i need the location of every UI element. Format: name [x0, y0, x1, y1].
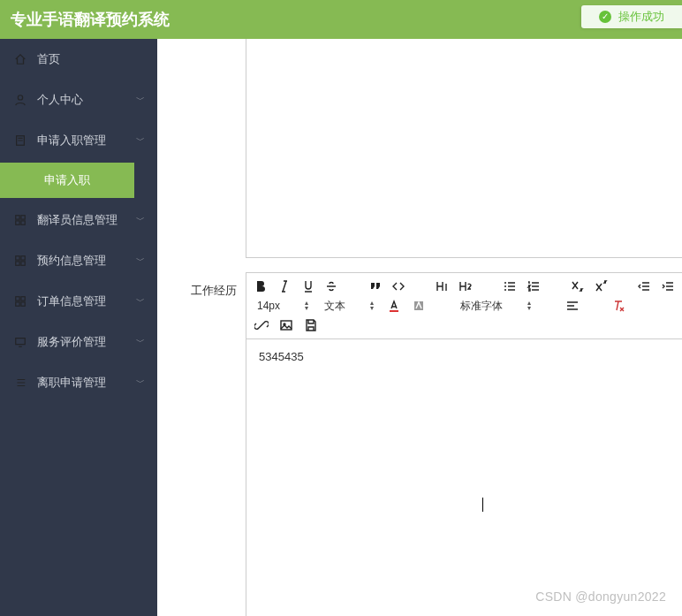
nav-label: 个人中心	[37, 92, 83, 108]
check-icon: ✓	[599, 11, 611, 23]
nav-label: 服务评价管理	[37, 334, 106, 350]
nav-sub-label: 申请入职	[44, 172, 90, 188]
nav-label: 离职申请管理	[37, 375, 106, 391]
subscript-button[interactable]	[570, 278, 585, 294]
app-title: 专业手语翻译预约系统	[11, 9, 170, 30]
svg-rect-5	[21, 221, 25, 224]
nav-personal-center[interactable]: 个人中心 ﹀	[0, 80, 157, 120]
nav-label: 订单信息管理	[37, 293, 106, 309]
h1-button[interactable]	[435, 278, 450, 294]
paragraph-value: 文本	[324, 299, 345, 314]
quote-button[interactable]	[368, 278, 383, 294]
font-size-select[interactable]: 14px ▴▾	[254, 300, 312, 312]
svg-rect-18	[390, 310, 398, 312]
font-size-value: 14px	[257, 300, 280, 312]
indent-button[interactable]	[660, 278, 675, 294]
svg-rect-3	[21, 216, 25, 219]
svg-point-15	[504, 282, 506, 284]
image-button[interactable]	[278, 317, 294, 333]
nav-home[interactable]: 首页	[0, 39, 157, 80]
chevron-down-icon: ﹀	[136, 94, 145, 106]
grid-icon	[14, 295, 27, 308]
nav-order-manage[interactable]: 订单信息管理 ﹀	[0, 281, 157, 322]
editor-previous-field[interactable]	[246, 39, 682, 258]
editor-toolbar: 14px ▴▾ 文本 ▴▾ 标准字体 ▴▾	[246, 273, 682, 339]
rich-editor: 14px ▴▾ 文本 ▴▾ 标准字体 ▴▾	[246, 272, 682, 616]
nav-label: 首页	[37, 51, 60, 67]
svg-point-16	[504, 285, 506, 287]
home-icon	[14, 53, 27, 65]
toast-text: 操作成功	[618, 9, 664, 25]
grid-icon	[14, 255, 27, 267]
italic-button[interactable]	[277, 278, 292, 294]
bold-button[interactable]	[254, 278, 269, 294]
clear-format-button[interactable]	[610, 298, 626, 314]
chevron-down-icon: ﹀	[136, 134, 145, 147]
svg-point-17	[504, 289, 506, 291]
chevron-down-icon: ﹀	[136, 255, 145, 267]
ordered-list-button[interactable]	[526, 278, 541, 294]
svg-point-0	[18, 95, 22, 100]
svg-rect-12	[16, 302, 19, 306]
svg-rect-4	[16, 221, 19, 224]
nav-apply-sub[interactable]: 申请入职	[0, 163, 134, 198]
svg-rect-10	[16, 297, 19, 300]
svg-rect-6	[16, 256, 19, 260]
align-button[interactable]	[565, 298, 580, 314]
form-icon	[14, 134, 27, 147]
select-chevron-icon: ▴▾	[370, 300, 374, 311]
nav-appointment-manage[interactable]: 预约信息管理 ﹀	[0, 240, 157, 281]
svg-rect-9	[21, 262, 25, 265]
top-bar: 专业手语翻译预约系统 ✓ 操作成功	[0, 0, 682, 39]
highlight-button[interactable]	[411, 298, 427, 314]
toast-success: ✓ 操作成功	[581, 5, 682, 28]
h2-button[interactable]	[458, 278, 474, 294]
font-family-value: 标准字体	[460, 299, 503, 314]
text-cursor	[482, 498, 483, 512]
chevron-down-icon: ﹀	[136, 376, 145, 389]
svg-rect-2	[16, 216, 19, 219]
select-chevron-icon: ▴▾	[305, 300, 308, 311]
nav-translator-manage[interactable]: 翻译员信息管理 ﹀	[0, 200, 157, 240]
code-button[interactable]	[391, 278, 406, 294]
nav-resign-manage[interactable]: 离职申请管理 ﹀	[0, 362, 157, 403]
strikethrough-button[interactable]	[324, 278, 339, 294]
font-color-button[interactable]	[386, 298, 402, 314]
watermark: CSDN @dongyun2022	[535, 589, 666, 604]
outdent-button[interactable]	[637, 278, 652, 294]
underline-button[interactable]	[300, 278, 315, 294]
grid-icon	[14, 214, 27, 226]
chevron-down-icon: ﹀	[136, 336, 145, 348]
nav-label: 预约信息管理	[37, 253, 106, 269]
svg-rect-11	[21, 297, 25, 300]
svg-rect-14	[16, 338, 26, 345]
save-button[interactable]	[303, 317, 319, 333]
list-icon	[14, 376, 27, 389]
monitor-icon	[14, 336, 27, 348]
editor-textarea[interactable]: 5345435	[246, 339, 682, 569]
main-content: 工作经历	[157, 39, 682, 616]
unordered-list-button[interactable]	[503, 278, 518, 294]
user-icon	[14, 94, 27, 106]
nav-review-manage[interactable]: 服务评价管理 ﹀	[0, 322, 157, 362]
nav-label: 申请入职管理	[37, 133, 106, 148]
font-family-select[interactable]: 标准字体 ▴▾	[457, 299, 534, 314]
nav-label: 翻译员信息管理	[37, 212, 117, 228]
svg-rect-7	[21, 256, 25, 260]
superscript-button[interactable]	[593, 278, 608, 294]
paragraph-select[interactable]: 文本 ▴▾	[321, 299, 377, 314]
nav-apply-manage[interactable]: 申请入职管理 ﹀	[0, 120, 157, 161]
select-chevron-icon: ▴▾	[527, 300, 531, 311]
link-button[interactable]	[254, 317, 269, 333]
chevron-down-icon: ﹀	[136, 295, 145, 308]
chevron-down-icon: ﹀	[136, 214, 145, 226]
field-label-work: 工作经历	[191, 283, 237, 299]
svg-rect-13	[21, 302, 25, 306]
svg-rect-20	[281, 321, 292, 330]
sidebar: 首页 个人中心 ﹀ 申请入职管理 ﹀ 申请入职 翻译员信息管理 ﹀ 预约信息管理…	[0, 39, 157, 616]
svg-rect-8	[16, 262, 19, 265]
